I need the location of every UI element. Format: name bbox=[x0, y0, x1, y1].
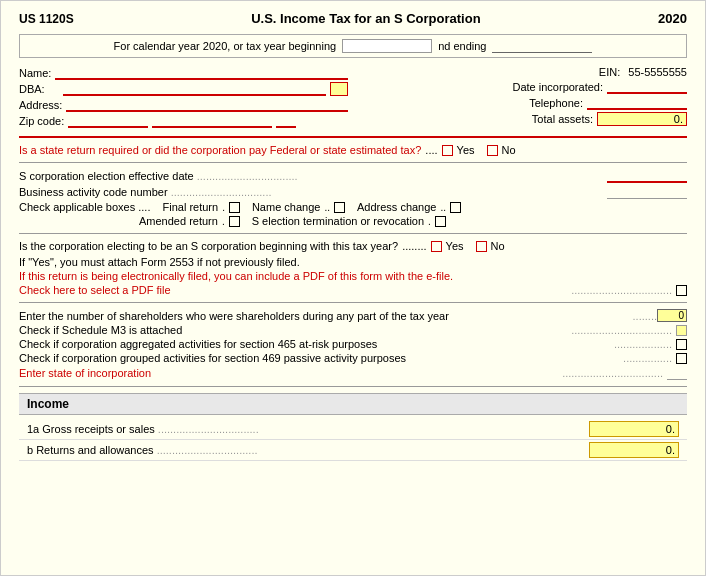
address-change-group: Address change .. bbox=[357, 201, 461, 213]
s-corp-no-label: No bbox=[491, 240, 505, 252]
s-corp-q-text1: Is the corporation electing to be an S c… bbox=[19, 240, 398, 252]
state-return-text: Is a state return required or did the co… bbox=[19, 144, 421, 156]
name-change-checkbox[interactable] bbox=[334, 202, 345, 213]
s-corp-question-section: Is the corporation electing to be an S c… bbox=[19, 240, 687, 296]
business-code-dots: ................................. bbox=[171, 186, 272, 198]
name-field[interactable] bbox=[55, 66, 348, 80]
tax-year-ending-field[interactable] bbox=[492, 39, 592, 53]
schedule-m3-dots: ................................. bbox=[571, 324, 672, 336]
ein-label: EIN: bbox=[599, 66, 620, 78]
zip-field3[interactable] bbox=[276, 114, 296, 128]
telephone-label: Telephone: bbox=[529, 97, 583, 109]
s-corp-q-text3: If this return is being electronically f… bbox=[19, 270, 453, 282]
final-return-group: Final return . bbox=[162, 201, 239, 213]
schedule-m3-checkbox[interactable] bbox=[676, 325, 687, 336]
ein-value: 55-5555555 bbox=[628, 66, 687, 78]
telephone-field[interactable] bbox=[587, 96, 687, 110]
income-header: Income bbox=[19, 393, 687, 415]
section465-checkbox[interactable] bbox=[676, 339, 687, 350]
name-change-label: Name change bbox=[252, 201, 321, 213]
total-assets-field[interactable]: 0. bbox=[597, 112, 687, 126]
election-date-label: S corporation election effective date bbox=[19, 170, 194, 182]
business-code-field[interactable] bbox=[607, 185, 687, 199]
total-assets-label: Total assets: bbox=[532, 113, 593, 125]
state-inc-label: Enter state of incorporation bbox=[19, 367, 562, 379]
name-label: Name: bbox=[19, 67, 51, 79]
form-id: US 1120S bbox=[19, 12, 74, 26]
shareholders-value[interactable]: 0 bbox=[657, 309, 687, 322]
divider-3 bbox=[19, 233, 687, 234]
name-change-group: Name change .. bbox=[252, 201, 345, 213]
name-change-dot: .. bbox=[324, 202, 330, 213]
final-return-dot: . bbox=[222, 202, 225, 213]
form-year: 2020 bbox=[658, 11, 687, 26]
divider-5 bbox=[19, 386, 687, 387]
s-election-dot: . bbox=[428, 216, 431, 227]
income-row-1b: b Returns and allowances ...............… bbox=[19, 440, 687, 461]
address-change-checkbox[interactable] bbox=[450, 202, 461, 213]
final-return-label: Final return bbox=[162, 201, 218, 213]
shareholders-dots: ........ bbox=[633, 310, 657, 322]
zip-field1[interactable] bbox=[68, 114, 148, 128]
state-return-question: Is a state return required or did the co… bbox=[19, 144, 687, 156]
schedule-m3-label: Check if Schedule M3 is attached bbox=[19, 324, 571, 336]
address-label: Address: bbox=[19, 99, 62, 111]
tax-year-text1: For calendar year 2020, or tax year begi… bbox=[114, 40, 337, 52]
section469-dots: ................ bbox=[623, 352, 672, 364]
state-return-yes-label: Yes bbox=[457, 144, 475, 156]
check-boxes-label: Check applicable boxes .... bbox=[19, 201, 150, 213]
address-change-dot: .. bbox=[440, 202, 446, 213]
divider-1 bbox=[19, 136, 687, 138]
election-section: S corporation election effective date ..… bbox=[19, 169, 687, 227]
s-corp-no-checkbox[interactable] bbox=[476, 241, 487, 252]
section465-label: Check if corporation aggregated activiti… bbox=[19, 338, 614, 350]
state-return-yes-checkbox[interactable] bbox=[442, 145, 453, 156]
state-return-dots: .... bbox=[425, 144, 437, 156]
income-1b-value[interactable]: 0. bbox=[589, 442, 679, 458]
divider-2 bbox=[19, 162, 687, 163]
pdf-select-label: Check here to select a PDF file bbox=[19, 284, 571, 296]
state-inc-field[interactable] bbox=[667, 366, 687, 380]
s-election-group: S election termination or revocation . bbox=[252, 215, 446, 227]
address-change-label: Address change bbox=[357, 201, 437, 213]
shareholders-label: Enter the number of shareholders who wer… bbox=[19, 310, 633, 322]
amended-return-dot: . bbox=[222, 216, 225, 227]
section465-dots: ................... bbox=[614, 338, 672, 350]
state-return-no-checkbox[interactable] bbox=[487, 145, 498, 156]
name-section: Name: DBA: Address: Zip code: bbox=[19, 66, 687, 130]
income-1a-label: 1a Gross receipts or sales .............… bbox=[27, 423, 589, 435]
election-date-field[interactable] bbox=[607, 169, 687, 183]
section469-label: Check if corporation grouped activities … bbox=[19, 352, 623, 364]
pdf-select-checkbox[interactable] bbox=[676, 285, 687, 296]
s-election-checkbox[interactable] bbox=[435, 216, 446, 227]
income-1a-value[interactable]: 0. bbox=[589, 421, 679, 437]
tax-year-text2: nd ending bbox=[438, 40, 486, 52]
dba-extra-field[interactable] bbox=[330, 82, 348, 96]
final-return-checkbox[interactable] bbox=[229, 202, 240, 213]
income-1b-label: b Returns and allowances ...............… bbox=[27, 444, 589, 456]
s-corp-yes-checkbox[interactable] bbox=[431, 241, 442, 252]
form-title: U.S. Income Tax for an S Corporation bbox=[251, 11, 480, 26]
dba-label: DBA: bbox=[19, 83, 45, 95]
zip-field2[interactable] bbox=[152, 114, 272, 128]
business-code-label: Business activity code number bbox=[19, 186, 168, 198]
pdf-dots: ................................. bbox=[571, 284, 672, 296]
amended-return-checkbox[interactable] bbox=[229, 216, 240, 227]
s-election-label: S election termination or revocation bbox=[252, 215, 424, 227]
section469-checkbox[interactable] bbox=[676, 353, 687, 364]
date-inc-label: Date incorporated: bbox=[513, 81, 604, 93]
s-corp-yes-label: Yes bbox=[446, 240, 464, 252]
s-corp-q-text2: If "Yes", you must attach Form 2553 if n… bbox=[19, 256, 300, 268]
shareholders-section: Enter the number of shareholders who wer… bbox=[19, 309, 687, 380]
amended-return-label: Amended return bbox=[139, 215, 218, 227]
amended-return-group: Amended return . bbox=[139, 215, 240, 227]
dba-field[interactable] bbox=[63, 82, 326, 96]
state-inc-dots: ................................. bbox=[562, 367, 663, 379]
address-field[interactable] bbox=[66, 98, 348, 112]
income-row-1a: 1a Gross receipts or sales .............… bbox=[19, 419, 687, 440]
date-inc-field[interactable] bbox=[607, 80, 687, 94]
s-corp-q-dots: ........ bbox=[402, 240, 426, 252]
state-return-no-label: No bbox=[502, 144, 516, 156]
tax-year-beginning-field[interactable] bbox=[342, 39, 432, 53]
election-date-dots: ................................. bbox=[197, 170, 298, 182]
